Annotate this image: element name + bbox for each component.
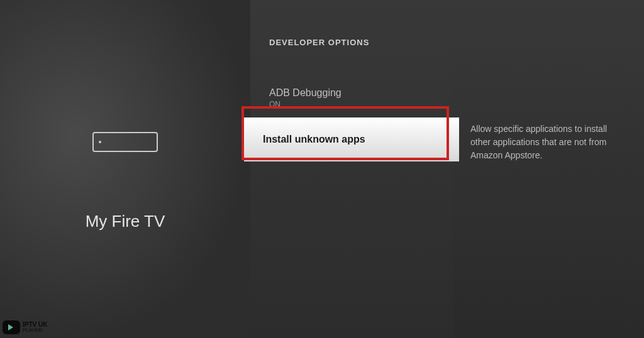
settings-menu-panel: DEVELOPER OPTIONS ADB Debugging ON Insta… — [250, 0, 453, 338]
menu-item-label: ADB Debugging — [269, 87, 434, 99]
device-name-label: My Fire TV — [86, 212, 165, 231]
play-icon — [3, 320, 20, 334]
menu-item-label: Install unknown apps — [263, 134, 440, 145]
fire-tv-stick-icon — [92, 132, 158, 152]
menu-item-status: ON — [269, 100, 434, 109]
watermark-text-line2: PLAYER — [23, 328, 47, 333]
menu-item-install-unknown-apps[interactable]: Install unknown apps — [244, 117, 459, 161]
menu-item-adb-debugging[interactable]: ADB Debugging ON — [250, 79, 453, 117]
description-panel: Allow specific applications to install o… — [453, 0, 644, 338]
watermark: IPTV UK PLAYER — [3, 320, 47, 334]
section-title: DEVELOPER OPTIONS — [250, 38, 453, 47]
option-description: Allow specific applications to install o… — [470, 123, 626, 162]
left-panel: My Fire TV — [0, 0, 250, 338]
